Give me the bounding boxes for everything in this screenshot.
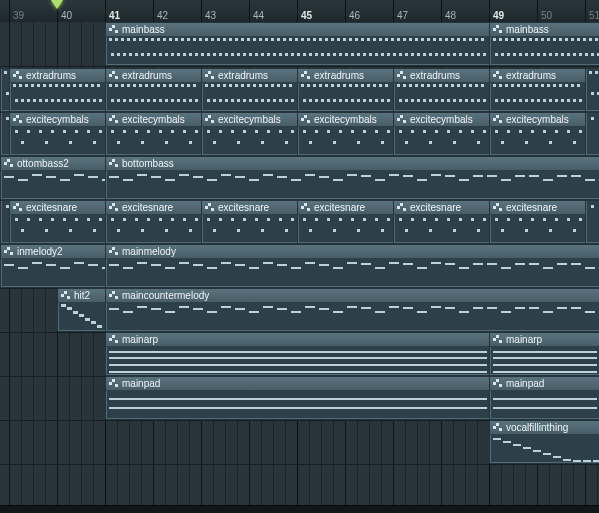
bottom-border — [0, 505, 599, 513]
pattern-clip[interactable]: excitesnare — [489, 200, 587, 244]
pattern-clip[interactable]: hit2 — [57, 288, 107, 332]
playhead-marker[interactable] — [51, 0, 63, 9]
pattern-clip[interactable]: inmelody2 — [0, 244, 107, 288]
pattern-clip[interactable]: extradrums — [489, 68, 587, 112]
note — [255, 218, 258, 221]
clip-header[interactable]: excitesnare — [394, 201, 490, 215]
note — [69, 141, 72, 144]
playlist-grid[interactable]: mainbassmainbassextradrumsextradrumsextr… — [0, 22, 599, 513]
clip-header[interactable]: excitecymbals — [106, 113, 202, 127]
clip-header[interactable]: excitecymbals — [202, 113, 298, 127]
clip-header[interactable]: mainbass — [106, 23, 490, 37]
pattern-clip[interactable]: excitesnare — [9, 200, 107, 244]
clip-header[interactable]: excitesnare — [490, 201, 586, 215]
pattern-clip[interactable]: excitesnare — [105, 200, 203, 244]
clip-header[interactable]: vocalfillinthing — [490, 421, 599, 435]
playlist-track[interactable]: ottombass2bottombass — [0, 156, 599, 201]
pattern-clip[interactable]: extradrums — [393, 68, 491, 112]
pattern-clip[interactable]: mainarp — [489, 332, 599, 376]
svg-rect-6 — [13, 74, 16, 77]
pattern-clip[interactable]: excitecymbals — [9, 112, 107, 156]
clip-header[interactable]: mainmelody — [106, 245, 599, 259]
pattern-clip[interactable]: mainbass — [105, 22, 491, 66]
pattern-clip[interactable]: excitecymbals — [201, 112, 299, 156]
playlist-track[interactable]: mainbassmainbass — [0, 22, 599, 67]
clip-header[interactable]: extradrums — [10, 69, 106, 83]
clip-header[interactable]: mainpad — [490, 377, 599, 391]
clip-header[interactable]: inmelody2 — [1, 245, 106, 259]
note — [237, 229, 240, 232]
playlist-track[interactable]: excitecymbalsexcitecymbalsexcitecymbalse… — [0, 112, 599, 157]
pattern-clip[interactable]: extradrums — [201, 68, 299, 112]
note — [137, 306, 147, 308]
clip-header[interactable]: ottombass2 — [1, 157, 106, 171]
note — [595, 71, 598, 74]
clip-header[interactable]: hit2 — [58, 289, 106, 303]
pattern-clip[interactable]: excitesnare — [297, 200, 395, 244]
playlist-track[interactable]: excitesnareexcitesnareexcitesnareexcites… — [0, 200, 599, 245]
playlist-track[interactable]: extradrumsextradrumsextradrumsextradrums… — [0, 68, 599, 113]
pattern-clip[interactable] — [585, 200, 599, 244]
note — [99, 218, 102, 221]
clip-header[interactable]: extradrums — [394, 69, 490, 83]
clip-header[interactable]: extradrums — [490, 69, 586, 83]
pattern-clip[interactable]: vocalfillinthing — [489, 420, 599, 464]
clip-header[interactable]: excitecymbals — [298, 113, 394, 127]
note — [223, 84, 226, 87]
note — [13, 84, 16, 87]
clip-header[interactable]: excitecymbals — [10, 113, 106, 127]
clip-header[interactable]: excitesnare — [106, 201, 202, 215]
playlist-track[interactable]: mainarpmainarp — [0, 332, 599, 377]
pattern-clip[interactable]: excitecymbals — [297, 112, 395, 156]
clip-header[interactable]: extradrums — [298, 69, 394, 83]
clip-header[interactable]: bottombass — [106, 157, 599, 171]
clip-header[interactable]: extradrums — [202, 69, 298, 83]
note — [537, 99, 540, 102]
pattern-clip[interactable]: excitesnare — [393, 200, 491, 244]
note — [573, 99, 576, 102]
pattern-clip[interactable]: extradrums — [297, 68, 395, 112]
playlist-track[interactable]: mainpadmainpad — [0, 376, 599, 421]
pattern-clip[interactable] — [585, 112, 599, 156]
note — [563, 459, 571, 461]
clip-header[interactable]: excitesnare — [10, 201, 106, 215]
playlist-track[interactable] — [0, 464, 599, 507]
pattern-clip[interactable]: mainpad — [105, 376, 491, 420]
playlist-track[interactable]: hit2maincountermelody — [0, 288, 599, 333]
clip-header[interactable]: maincountermelody — [106, 289, 599, 303]
note — [439, 84, 442, 87]
pattern-clip[interactable]: excitecymbals — [393, 112, 491, 156]
pattern-clip[interactable]: extradrums — [9, 68, 107, 112]
clip-header[interactable]: excitesnare — [202, 201, 298, 215]
pattern-clip[interactable]: mainarp — [105, 332, 491, 376]
clip-header[interactable]: excitesnare — [298, 201, 394, 215]
pattern-clip[interactable]: bottombass — [105, 156, 599, 200]
clip-header[interactable]: excitecymbals — [490, 113, 586, 127]
note — [343, 84, 346, 87]
pattern-clip[interactable]: excitesnare — [201, 200, 299, 244]
playlist-track[interactable]: vocalfillinthing — [0, 420, 599, 465]
pattern-clip[interactable]: extradrums — [105, 68, 203, 112]
clip-header[interactable]: mainbass — [490, 23, 599, 37]
pattern-clip[interactable]: mainbass — [489, 22, 599, 66]
note — [88, 176, 98, 178]
clip-header[interactable]: mainarp — [106, 333, 490, 347]
note — [519, 130, 522, 133]
clip-body — [107, 214, 201, 242]
pattern-clip[interactable]: ottombass2 — [0, 156, 107, 200]
pattern-clip[interactable]: excitecymbals — [489, 112, 587, 156]
pattern-clip[interactable] — [585, 68, 599, 112]
note — [471, 99, 474, 102]
clip-header[interactable]: excitecymbals — [394, 113, 490, 127]
playlist-track[interactable]: inmelody2mainmelody — [0, 244, 599, 289]
clip-header[interactable]: mainarp — [490, 333, 599, 347]
clip-header[interactable]: extradrums — [106, 69, 202, 83]
note — [493, 84, 496, 87]
pattern-clip[interactable]: mainpad — [489, 376, 599, 420]
pattern-clip[interactable]: mainmelody — [105, 244, 599, 288]
pattern-clip[interactable]: maincountermelody — [105, 288, 599, 332]
clip-header[interactable]: mainpad — [106, 377, 490, 391]
pattern-icon — [205, 115, 215, 124]
timeline-ruler[interactable]: 39404142434445464748495051 — [0, 0, 599, 23]
pattern-clip[interactable]: excitecymbals — [105, 112, 203, 156]
